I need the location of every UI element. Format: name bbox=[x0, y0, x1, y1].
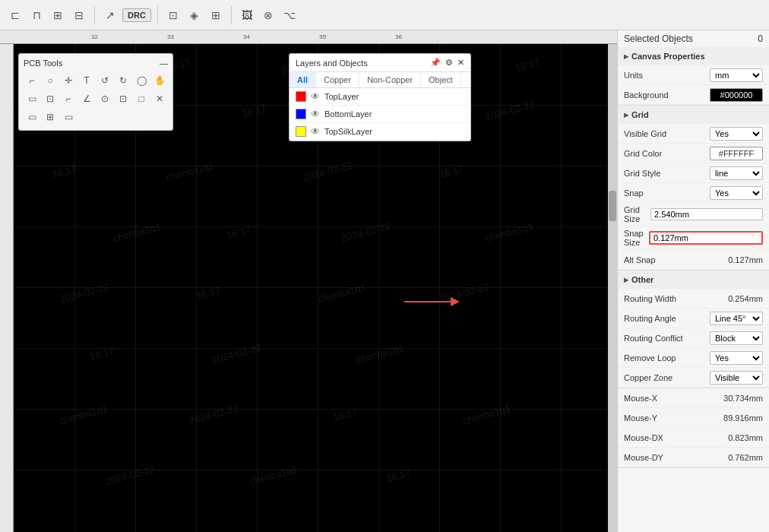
layer-eye-bottom[interactable]: 👁 bbox=[311, 109, 320, 119]
tool-corner[interactable]: ⌐ bbox=[60, 90, 77, 107]
tool-pad[interactable]: ▭ bbox=[60, 109, 77, 125]
copper-zone-select[interactable]: Visible Hidden bbox=[710, 371, 763, 385]
grid-header: ▶ Grid bbox=[618, 106, 769, 124]
layer-color-silk[interactable] bbox=[296, 126, 306, 137]
layers-pin-icon[interactable]: 📌 bbox=[430, 58, 441, 68]
tool-rect2[interactable]: ▭ bbox=[24, 109, 40, 125]
mouse-dx-label: Mouse-DX bbox=[624, 433, 728, 442]
units-select[interactable]: mm mil inch bbox=[710, 68, 763, 82]
snap-size-row: Snap Size bbox=[618, 226, 769, 250]
toolbar-share-icon[interactable]: ⌥ bbox=[280, 6, 299, 24]
background-color-box[interactable]: #000000 bbox=[710, 88, 763, 102]
routing-width-row: Routing Width 0.254mm bbox=[618, 289, 769, 309]
toolbar-route-icon[interactable]: ↗ bbox=[101, 6, 119, 24]
layers-tabs: All Copper Non-Copper Object bbox=[290, 72, 470, 88]
drc-button[interactable]: DRC bbox=[122, 8, 151, 22]
main-area: 32 33 34 35 36 bbox=[0, 30, 769, 532]
tool-grid-rect[interactable]: ⊞ bbox=[42, 109, 59, 125]
toolbar-divider-3 bbox=[231, 6, 232, 24]
grid-size-input[interactable] bbox=[650, 208, 763, 220]
grid-color-row: Grid Color #FFFFFF bbox=[618, 144, 769, 163]
tool-route[interactable]: ⌐ bbox=[24, 72, 40, 89]
other-header: ▶ Other bbox=[618, 271, 769, 289]
pcb-tools-minimize[interactable]: — bbox=[160, 59, 168, 68]
toolbar-b-icon[interactable]: ⊡ bbox=[164, 6, 182, 24]
mouse-dx-value: 0.823mm bbox=[728, 433, 763, 442]
tool-rect[interactable]: □ bbox=[133, 90, 150, 107]
routing-conflict-select[interactable]: Block Allow bbox=[710, 331, 763, 345]
routing-conflict-row: Routing Conflict Block Allow bbox=[618, 328, 769, 348]
canvas-area[interactable]: 32 33 34 35 36 bbox=[0, 30, 617, 532]
mouse-y-label: Mouse-Y bbox=[624, 413, 723, 423]
layer-eye-silk[interactable]: 👁 bbox=[311, 126, 320, 137]
pcb-tools-panel: PCB Tools — ⌐ ○ ✛ T ↺ ↻ ◯ ✋ ▭ ⊡ ⌐ ∠ ⊙ ⊡ … bbox=[18, 53, 173, 131]
tab-object[interactable]: Object bbox=[421, 72, 461, 87]
toolbar-layers-icon[interactable]: ⊗ bbox=[259, 6, 277, 24]
copper-zone-row: Copper Zone Visible Hidden bbox=[618, 368, 769, 388]
layers-panel-title: Layers and Objects 📌 ⚙ ✕ bbox=[290, 54, 470, 72]
layers-close-icon[interactable]: ✕ bbox=[457, 58, 464, 68]
grid-style-label: Grid Style bbox=[624, 169, 710, 178]
visible-grid-label: Visible Grid bbox=[624, 129, 710, 138]
tool-probe[interactable]: ✛ bbox=[60, 72, 77, 89]
layer-color-top[interactable] bbox=[296, 91, 306, 102]
layer-eye-top[interactable]: 👁 bbox=[311, 91, 320, 102]
coordinates-section: Mouse-X 30.734mm Mouse-Y 89.916mm Mouse-… bbox=[618, 388, 769, 468]
tool-text[interactable]: T bbox=[78, 72, 95, 89]
ruler-mark-36: 36 bbox=[395, 33, 402, 40]
tool-crop[interactable]: ▭ bbox=[24, 90, 40, 107]
remove-loop-select[interactable]: Yes No bbox=[710, 351, 763, 365]
tool-angle[interactable]: ∠ bbox=[78, 90, 95, 107]
ruler-mark-34: 34 bbox=[243, 33, 250, 40]
toolbar-d-icon[interactable]: ⊞ bbox=[207, 6, 225, 24]
layers-title-text: Layers and Objects bbox=[296, 59, 368, 68]
mouse-y-row: Mouse-Y 89.916mm bbox=[618, 408, 769, 428]
mouse-x-value: 30.734mm bbox=[723, 394, 763, 403]
mouse-dy-label: Mouse-DY bbox=[624, 453, 728, 462]
tool-ellipse[interactable]: ◯ bbox=[133, 72, 150, 89]
toolbar-icon-4[interactable]: ⊟ bbox=[70, 6, 88, 24]
other-triangle-icon: ▶ bbox=[624, 277, 628, 283]
alt-snap-value: 0.127mm bbox=[728, 255, 763, 264]
toolbar-icon-2[interactable]: ⊓ bbox=[27, 6, 46, 24]
scrollbar-thumb[interactable] bbox=[609, 191, 616, 221]
scrollbar[interactable] bbox=[608, 44, 617, 532]
tab-copper[interactable]: Copper bbox=[316, 72, 359, 87]
copper-zone-label: Copper Zone bbox=[624, 373, 710, 382]
toolbar-c-icon[interactable]: ◈ bbox=[185, 6, 204, 24]
background-label: Background bbox=[624, 90, 710, 100]
toolbar-photo-icon[interactable]: 🖼 bbox=[238, 6, 256, 24]
routing-angle-select[interactable]: Line 45° Line 90° Free bbox=[710, 312, 763, 325]
tool-select[interactable]: ⊡ bbox=[42, 90, 59, 107]
toolbar-icon-1[interactable]: ⊏ bbox=[6, 6, 24, 24]
routing-width-label: Routing Width bbox=[624, 294, 728, 303]
tool-cross[interactable]: ✕ bbox=[151, 90, 168, 107]
visible-grid-select[interactable]: Yes No bbox=[710, 127, 763, 141]
layer-color-bottom[interactable] bbox=[296, 109, 306, 119]
tool-grid-select[interactable]: ⊡ bbox=[115, 90, 131, 107]
grid-style-select[interactable]: line dot bbox=[710, 166, 763, 180]
tab-all[interactable]: All bbox=[290, 72, 316, 87]
pcb-tools-label: PCB Tools bbox=[24, 59, 62, 68]
tool-target[interactable]: ⊙ bbox=[97, 90, 113, 107]
tool-undo[interactable]: ↺ bbox=[97, 72, 113, 89]
alt-snap-label: Alt Snap bbox=[624, 255, 728, 264]
remove-loop-row: Remove Loop Yes No bbox=[618, 348, 769, 368]
tool-pan[interactable]: ✋ bbox=[151, 72, 168, 89]
snap-select[interactable]: Yes No bbox=[710, 186, 763, 200]
tab-non-copper[interactable]: Non-Copper bbox=[359, 72, 421, 87]
tool-redo[interactable]: ↻ bbox=[115, 72, 131, 89]
other-title: Other bbox=[631, 275, 653, 284]
layers-settings-icon[interactable]: ⚙ bbox=[445, 58, 453, 68]
units-row: Units mm mil inch bbox=[618, 65, 769, 85]
snap-row: Snap Yes No bbox=[618, 183, 769, 203]
other-section: ▶ Other Routing Width 0.254mm Routing An… bbox=[618, 271, 769, 388]
ruler-mark-35: 35 bbox=[319, 33, 326, 40]
tool-circle[interactable]: ○ bbox=[42, 72, 59, 89]
visible-grid-row: Visible Grid Yes No bbox=[618, 124, 769, 144]
grid-color-box[interactable]: #FFFFFF bbox=[710, 147, 763, 160]
snap-size-input[interactable] bbox=[649, 231, 763, 245]
ruler-horizontal: 32 33 34 35 36 bbox=[0, 30, 617, 44]
toolbar-icon-3[interactable]: ⊞ bbox=[49, 6, 67, 24]
selected-objects-label: Selected Objects bbox=[624, 33, 758, 44]
